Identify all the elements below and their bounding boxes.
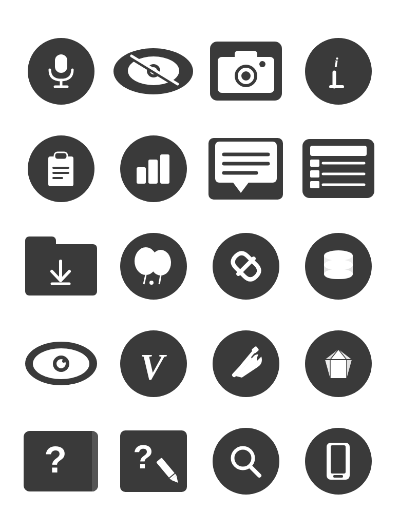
svg-marker-59 [325,360,330,378]
list-icon-cell [297,123,379,215]
svg-line-42 [159,275,161,284]
link-icon[interactable] [213,233,279,300]
svg-point-12 [241,71,251,81]
svg-point-51 [62,360,65,363]
info-icon-cell: i [297,25,379,117]
svg-line-44 [238,259,254,274]
eye-slash-icon-cell [112,25,195,117]
svg-rect-24 [160,154,169,184]
balloon-icon[interactable] [120,233,187,300]
svg-text:?: ? [133,438,154,476]
chat-icon[interactable] [208,138,283,200]
mobile-icon[interactable] [305,428,372,495]
svg-point-43 [149,281,154,285]
svg-point-47 [324,269,353,279]
search-icon[interactable] [213,428,279,495]
svg-rect-22 [137,167,146,184]
mobile-icon-cell [297,415,379,507]
eye-slash-icon[interactable] [113,48,193,94]
help-note-icon[interactable]: ? [120,430,187,492]
svg-line-72 [250,466,259,476]
diamond-icon-cell [297,318,379,410]
bar-chart-icon-cell [112,123,195,215]
svg-rect-74 [331,445,346,474]
svg-text:V: V [140,346,167,383]
list-icon[interactable] [302,139,374,198]
svg-line-40 [144,275,146,284]
eye-icon-cell [20,318,102,410]
clipboard-icon[interactable] [28,135,94,202]
svg-point-41 [150,250,171,275]
folder-download-icon-cell [20,220,102,312]
svg-rect-31 [310,160,319,167]
svg-point-13 [259,61,265,67]
folder-download-icon[interactable] [25,237,97,295]
tools-icon-cell [205,318,287,410]
database-icon-cell [297,220,379,312]
microphone-icon[interactable] [28,38,94,105]
svg-rect-33 [310,170,319,178]
svg-rect-23 [148,160,158,184]
chat-icon-cell [205,123,287,215]
svg-rect-9 [235,51,257,60]
vector-icon[interactable]: V [120,330,187,397]
svg-text:i: i [334,54,338,70]
svg-rect-35 [310,181,319,188]
svg-rect-18 [54,152,67,160]
camera-icon-cell [205,25,287,117]
svg-marker-26 [233,183,249,193]
icon-grid: i [5,10,395,523]
help-note-icon-cell: ? [112,415,195,507]
help-book-icon-cell: ? [20,415,102,507]
svg-marker-60 [347,360,352,378]
svg-rect-30 [310,146,367,156]
eye-icon[interactable] [25,342,97,385]
svg-rect-0 [55,54,67,73]
clipboard-icon-cell [20,123,102,215]
link-icon-cell [205,220,287,312]
tools-icon[interactable] [213,330,279,397]
microphone-icon-cell [20,25,102,117]
svg-rect-68 [156,458,177,480]
database-icon[interactable] [305,233,372,300]
svg-text:?: ? [44,439,67,480]
search-icon-cell [205,415,287,507]
camera-icon[interactable] [210,42,282,101]
info-icon[interactable]: i [305,38,372,105]
svg-rect-75 [333,475,343,478]
bar-chart-icon[interactable] [120,135,187,202]
help-book-icon[interactable]: ? [24,431,98,491]
vector-icon-cell: V [112,318,195,410]
balloon-icon-cell [112,220,195,312]
diamond-icon[interactable] [305,330,372,397]
svg-rect-17 [48,156,73,186]
